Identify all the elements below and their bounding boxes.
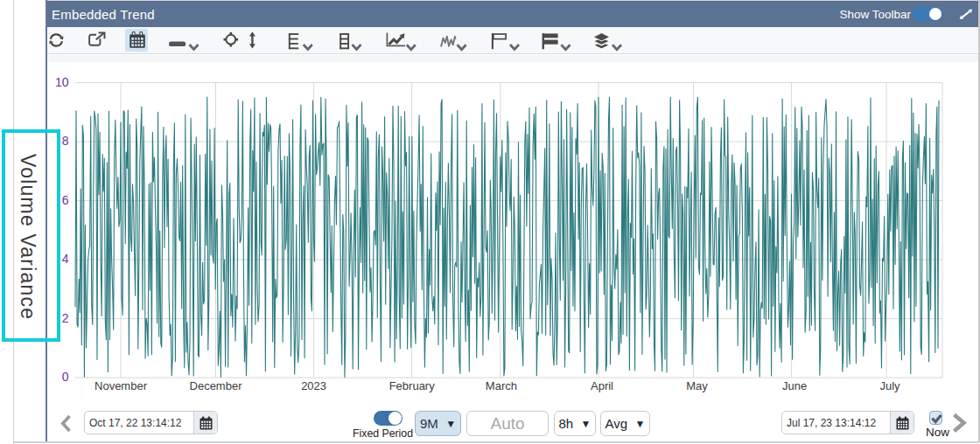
svg-text:May: May (686, 379, 708, 392)
svg-text:2: 2 (62, 311, 69, 325)
svg-text:April: April (591, 379, 613, 392)
svg-text:June: June (782, 379, 807, 392)
svg-text:0: 0 (62, 370, 69, 384)
svg-text:10: 10 (55, 75, 69, 89)
svg-text:December: December (190, 379, 243, 392)
svg-text:February: February (389, 379, 436, 392)
svg-text:4: 4 (62, 252, 69, 266)
svg-text:2023: 2023 (301, 379, 326, 392)
svg-text:March: March (486, 379, 517, 392)
svg-text:July: July (879, 379, 900, 392)
svg-text:8: 8 (62, 134, 69, 148)
svg-text:6: 6 (62, 193, 69, 207)
svg-text:November: November (94, 379, 148, 392)
